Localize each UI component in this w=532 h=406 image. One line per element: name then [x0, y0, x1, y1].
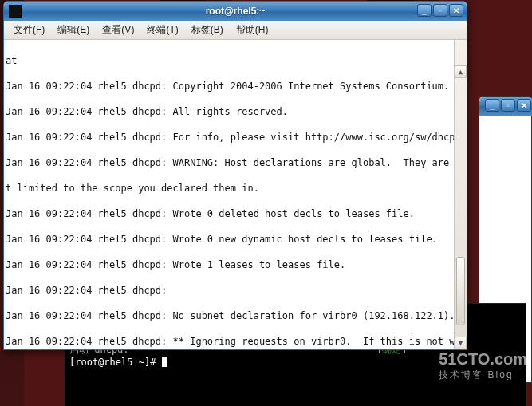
menu-help[interactable]: 帮助(H) [230, 22, 275, 38]
terminal-window: root@rhel5:~ _ ▫ ✕ 文件(F) 编辑(E) 查看(V) 终端(… [3, 1, 467, 350]
scroll-down-button[interactable]: ▼ [455, 337, 467, 349]
log-line: Jan 16 09:22:04 rhel5 dhcpd: Wrote 1 lea… [6, 258, 465, 271]
log-line: Jan 16 09:22:04 rhel5 dhcpd: No subnet d… [6, 309, 465, 322]
log-line: Jan 16 09:22:04 rhel5 dhcpd: Copyright 2… [6, 80, 465, 93]
bg-term-line: [root@rhel5 ~]# [69, 357, 167, 368]
log-line: Jan 16 09:22:04 rhel5 dhcpd: All rights … [6, 105, 465, 118]
terminal-output[interactable]: at Jan 16 09:22:04 rhel5 dhcpd: Copyrigh… [4, 40, 467, 349]
menu-bar: 文件(F) 编辑(E) 查看(V) 终端(T) 标签(B) 帮助(H) [4, 21, 467, 40]
log-line: Jan 16 09:22:04 rhel5 dhcpd: [6, 284, 465, 297]
scroll-thumb[interactable] [456, 257, 465, 325]
scrollbar[interactable]: ▲ ▼ [454, 40, 467, 349]
log-line: Jan 16 09:22:04 rhel5 dhcpd: Wrote 0 new… [6, 233, 465, 246]
menu-edit[interactable]: 编辑(E) [51, 22, 96, 38]
scroll-track[interactable] [455, 53, 467, 337]
log-line: Jan 16 09:22:04 rhel5 dhcpd: WARNING: Ho… [6, 156, 465, 169]
minimize-button[interactable]: _ [417, 4, 432, 17]
log-line: Jan 16 09:22:04 rhel5 dhcpd: ** Ignoring… [6, 335, 465, 348]
terminal-app-icon [9, 5, 22, 18]
log-line: Jan 16 09:22:04 rhel5 dhcpd: Wrote 0 del… [6, 207, 465, 220]
log-line: t limited to the scope you declared them… [6, 182, 465, 195]
log-line: Jan 16 09:22:04 rhel5 dhcpd: For info, p… [6, 131, 465, 144]
menu-view[interactable]: 查看(V) [96, 22, 140, 38]
titlebar[interactable]: root@rhel5:~ _ ▫ ✕ [4, 2, 467, 21]
maximize-button[interactable]: ▫ [433, 4, 447, 17]
menu-terminal[interactable]: 终端(T) [140, 22, 184, 38]
menu-tabs[interactable]: 标签(B) [185, 22, 230, 38]
bgwin-maximize-button[interactable]: ▫ [501, 99, 515, 112]
menu-file[interactable]: 文件(F) [7, 22, 51, 38]
window-title: root@rhel5:~ [206, 6, 266, 17]
bgwin-minimize-button[interactable]: _ [485, 99, 499, 112]
bgwin-close-button[interactable]: ✕ [517, 99, 531, 112]
close-button[interactable]: ✕ [449, 4, 463, 17]
log-line: at [6, 54, 465, 67]
